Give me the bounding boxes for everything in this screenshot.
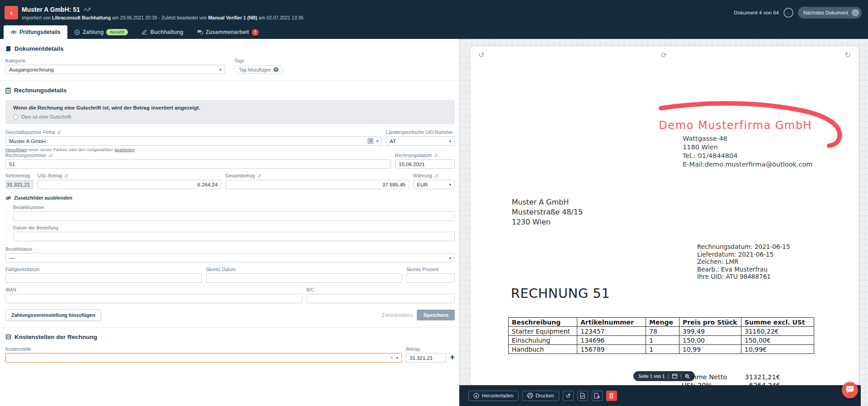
edit-partner-link[interactable]: bearbeiten bbox=[114, 147, 135, 152]
history-icon[interactable]: ↺ bbox=[64, 174, 68, 178]
zoom-in-icon[interactable] bbox=[685, 374, 690, 379]
history-icon: ↺ bbox=[566, 392, 571, 399]
document-export-button[interactable] bbox=[592, 391, 603, 401]
pdf-page: ↺ ⟳ ↻ Demo Musterfirma GmbH Wattgasse 48… bbox=[470, 47, 859, 385]
save-button[interactable]: Speichern bbox=[417, 310, 455, 320]
partner-helper: Hinzufügen einen neuen Partner oder den … bbox=[5, 147, 382, 152]
bic-input[interactable] bbox=[307, 294, 455, 303]
invoice-date-label: Rechnungsdatum↺ bbox=[395, 153, 455, 158]
document-verify-button[interactable] bbox=[577, 391, 588, 401]
history-icon[interactable]: ↺ bbox=[57, 130, 61, 135]
tab-zahlung[interactable]: Zahlung Bezahlt bbox=[67, 25, 135, 39]
currency-select[interactable]: EUR ▾ bbox=[413, 180, 455, 189]
invoice-date-input[interactable] bbox=[395, 159, 455, 169]
history-icon[interactable]: ↺ bbox=[434, 153, 438, 158]
viewer-toolbar: Herunterladen Drucken ↺ bbox=[459, 385, 861, 406]
invoice-line-items-table: Beschreibung Artikelnummer Menge Preis p… bbox=[508, 317, 814, 354]
chat-bubble-icon bbox=[845, 386, 854, 394]
invoice-sum-net-value: 31321,21€ bbox=[740, 373, 780, 381]
vat-amount-input[interactable] bbox=[38, 180, 222, 189]
signature-icon bbox=[84, 5, 91, 14]
net-amount-field: 31.321,21 bbox=[5, 180, 33, 189]
total-amount-input[interactable] bbox=[226, 180, 410, 189]
discount-date-input[interactable] bbox=[206, 273, 403, 283]
paid-badge: Bezahlt bbox=[106, 29, 128, 35]
plus-icon: + bbox=[274, 67, 278, 72]
history-icon[interactable]: ↺ bbox=[257, 174, 261, 178]
cost-center-select[interactable]: ✕ ▾ bbox=[5, 353, 402, 363]
refresh-icon[interactable]: ⟳ bbox=[661, 51, 667, 59]
tab-zusammenarbeit[interactable]: Zusammenarbeit ! bbox=[190, 25, 265, 39]
rotate-left-icon[interactable]: ↺ bbox=[478, 51, 484, 59]
invoice-recipient: Muster A GmbH Musterstraße 48/15 1230 Wi… bbox=[512, 197, 583, 227]
order-number-input[interactable] bbox=[13, 211, 455, 221]
tab-pruefungsdetails[interactable]: Prüfungsdetails bbox=[4, 25, 67, 39]
amount-label: Betrag bbox=[406, 347, 446, 352]
document-check-icon bbox=[580, 393, 585, 399]
amount-input[interactable] bbox=[406, 353, 446, 363]
clear-icon[interactable]: ✕ bbox=[390, 355, 393, 360]
add-cost-center-button[interactable]: + bbox=[450, 353, 455, 361]
add-payment-preset-button[interactable]: Zahlungsvoreinstellung hinzufügen bbox=[5, 309, 101, 321]
history-icon[interactable]: ↺ bbox=[434, 174, 438, 178]
rotate-right-icon[interactable]: ↻ bbox=[845, 51, 851, 59]
credit-note-radio[interactable] bbox=[13, 115, 18, 119]
partner-select[interactable]: Muster A GmbH ✕ ▾ bbox=[5, 136, 382, 146]
document-viewer: ↺ ⟳ ↻ Demo Musterfirma GmbH Wattgasse 48… bbox=[459, 39, 868, 406]
page-title: Muster A GmbH: 51 bbox=[22, 6, 80, 13]
total-amount-label: Gesamtbetrag↺ bbox=[226, 173, 410, 178]
invoice-company-address: Wattgasse 48 1180 Wien Tel.: 01/4844804 … bbox=[683, 134, 813, 169]
document-history-button[interactable]: ↺ bbox=[563, 391, 574, 401]
back-button[interactable]: ‹ bbox=[5, 6, 18, 19]
add-partner-link[interactable]: Hinzufügen bbox=[5, 147, 27, 152]
invoice-number-input[interactable] bbox=[5, 159, 391, 169]
order-date-input[interactable] bbox=[13, 232, 455, 241]
iban-label: IBAN bbox=[5, 287, 302, 292]
toggle-extra-fields-link[interactable]: Zusatzfelder ausblenden bbox=[5, 195, 455, 201]
print-button[interactable]: Drucken bbox=[522, 391, 559, 401]
money-icon bbox=[74, 29, 80, 35]
table-row: Handbuch156789110,9910,99€ bbox=[509, 345, 814, 354]
app: ‹ Muster A GmbH: 51 Importiert von Libra… bbox=[0, 0, 868, 406]
document-import-meta: Importiert von Libraconsult Buchhaltung … bbox=[22, 15, 734, 20]
invoice-title: RECHNUNG 51 bbox=[511, 286, 610, 301]
download-icon bbox=[473, 393, 479, 399]
section-rechnungsdetails: Rechnungsdetails bbox=[5, 87, 455, 94]
discount-date-label: Skonto Datum bbox=[206, 267, 403, 272]
fit-page-icon[interactable] bbox=[672, 374, 677, 378]
uid-country-select[interactable]: AT ▾ bbox=[386, 136, 455, 146]
paid-status-select[interactable]: — ▾ bbox=[5, 253, 455, 263]
ledger-icon bbox=[142, 29, 147, 35]
reset-button[interactable]: Zurücksetzen bbox=[382, 312, 413, 318]
eye-off-icon bbox=[5, 196, 11, 201]
iban-input[interactable] bbox=[5, 294, 302, 303]
previous-document-button[interactable]: ← bbox=[783, 8, 793, 18]
invoice-sum-vat-value: 6264,24€ bbox=[740, 382, 780, 385]
tags-label: Tags bbox=[234, 58, 283, 63]
arrow-right-icon: → bbox=[852, 9, 859, 16]
next-document-button[interactable]: Nächstes Dokument → bbox=[798, 7, 862, 19]
eye-icon bbox=[10, 30, 17, 34]
chat-launcher-button[interactable] bbox=[842, 382, 858, 398]
table-row: Starter Equipment12345778399,4931160,22€ bbox=[509, 327, 814, 336]
clear-selection-icon[interactable]: ✕ bbox=[368, 138, 373, 144]
uid-label: Länderspezifische UID-Nummer bbox=[386, 130, 455, 135]
add-tag-button[interactable]: Tag hinzufügen + bbox=[234, 65, 283, 74]
document-export-icon bbox=[594, 393, 600, 399]
chevron-down-icon: ▾ bbox=[396, 356, 398, 360]
discount-percent-input[interactable] bbox=[406, 273, 455, 283]
download-button[interactable]: Herunterladen bbox=[468, 391, 519, 401]
invoice-meta: Rechnungsdatum: 2021-06-15 Lieferdatum: … bbox=[697, 243, 790, 281]
tab-buchhaltung[interactable]: Buchhaltung bbox=[135, 25, 190, 39]
credit-note-option-label: Dies ist eine Gutschrift bbox=[21, 114, 71, 119]
invoice-sum-vat-label: USt: 20% bbox=[682, 382, 712, 385]
delete-document-button[interactable] bbox=[606, 391, 617, 401]
kategorie-select[interactable]: Ausgangsrechnung ▾ bbox=[5, 65, 225, 74]
chevron-down-icon: ▾ bbox=[449, 256, 451, 260]
chevron-down-icon: ▾ bbox=[376, 139, 378, 143]
due-date-input[interactable] bbox=[5, 273, 202, 283]
history-icon[interactable]: ↺ bbox=[48, 153, 52, 158]
tab-bar: Prüfungsdetails Zahlung Bezahlt Buchhalt… bbox=[0, 25, 868, 39]
net-amount-label: Nettobetrag bbox=[5, 173, 33, 178]
table-row: Einschulung1346961150,00150,00€ bbox=[509, 336, 814, 345]
